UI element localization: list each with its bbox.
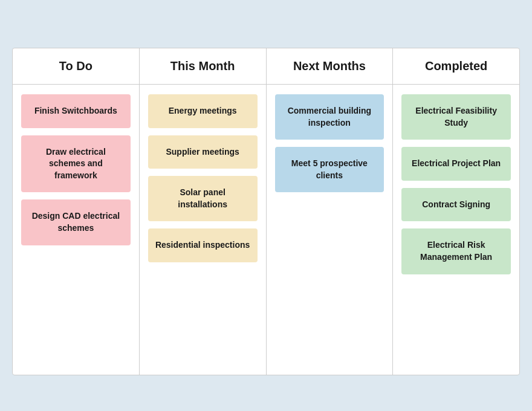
board-body: Finish SwitchboardsDraw electrical schem…: [13, 85, 519, 375]
card-card-6[interactable]: Solar panel installations: [148, 176, 258, 221]
column-next-months: Commercial building inspectionMeet 5 pro…: [267, 85, 394, 375]
card-card-8[interactable]: Commercial building inspection: [275, 94, 384, 140]
card-card-5[interactable]: Supplier meetings: [148, 135, 258, 169]
card-card-3[interactable]: Design CAD electrical schemes: [21, 199, 131, 245]
card-card-9[interactable]: Meet 5 prospective clients: [275, 147, 384, 192]
column-header-completed: Completed: [393, 48, 519, 84]
card-card-12[interactable]: Contract Signing: [401, 188, 511, 222]
board-header: To DoThis MonthNext MonthsCompleted: [13, 48, 519, 85]
column-header-this-month: This Month: [140, 48, 267, 84]
column-todo: Finish SwitchboardsDraw electrical schem…: [13, 85, 140, 375]
kanban-board: To DoThis MonthNext MonthsCompleted Fini…: [12, 48, 520, 375]
card-card-1[interactable]: Finish Switchboards: [21, 94, 131, 128]
card-card-4[interactable]: Energy meetings: [148, 94, 258, 128]
column-header-todo: To Do: [13, 48, 140, 84]
card-card-7[interactable]: Residential inspections: [148, 228, 258, 262]
card-card-10[interactable]: Electrical Feasibility Study: [401, 94, 511, 140]
card-card-11[interactable]: Electrical Project Plan: [401, 147, 511, 181]
column-this-month: Energy meetingsSupplier meetingsSolar pa…: [140, 85, 267, 375]
card-card-13[interactable]: Electrical Risk Management Plan: [401, 228, 511, 274]
card-card-2[interactable]: Draw electrical schemes and framework: [21, 135, 131, 193]
column-header-next-months: Next Months: [267, 48, 394, 84]
column-completed: Electrical Feasibility StudyElectrical P…: [393, 85, 519, 375]
